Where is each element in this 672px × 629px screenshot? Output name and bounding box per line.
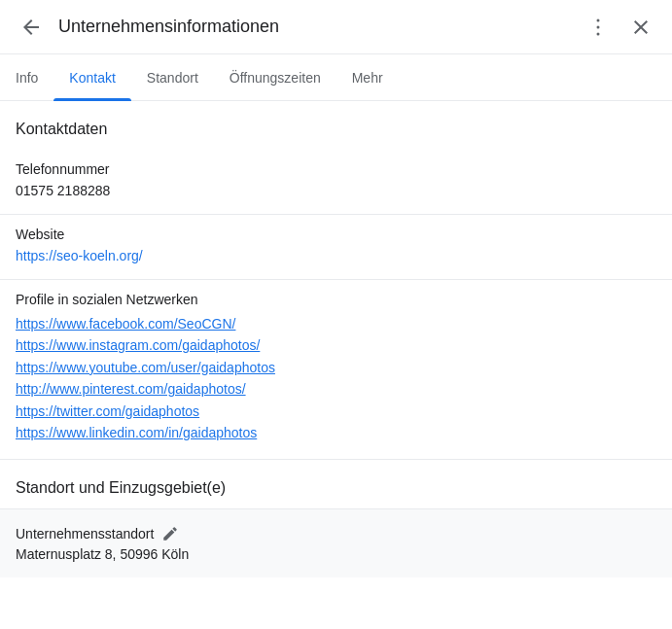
kontaktdaten-section-header: Kontaktdaten <box>0 101 672 150</box>
social-label: Profile in sozialen Netzwerken <box>16 292 656 307</box>
svg-point-1 <box>597 25 600 28</box>
page-title: Unternehmensinformationen <box>58 17 579 37</box>
tab-info[interactable]: Info <box>0 54 53 101</box>
social-link[interactable]: https://www.youtube.com/user/gaidaphotos <box>16 357 656 378</box>
tab-oeffnungszeiten[interactable]: Öffnungszeiten <box>214 54 336 101</box>
tab-standort[interactable]: Standort <box>131 54 214 101</box>
edit-standort-button[interactable] <box>161 525 179 542</box>
edit-icon <box>161 525 179 542</box>
website-label: Website <box>16 227 656 242</box>
telefon-label: Telefonnummer <box>16 161 656 177</box>
social-field-group: Profile in sozialen Netzwerken https://w… <box>0 280 672 460</box>
social-link[interactable]: https://www.instagram.com/gaidaphotos/ <box>16 334 656 356</box>
standort-card: Unternehmensstandort Maternusplatz 8, 50… <box>0 508 672 577</box>
website-link[interactable]: https://seo-koeln.org/ <box>16 248 143 263</box>
standort-card-header: Unternehmensstandort <box>16 525 656 542</box>
svg-point-2 <box>597 32 600 35</box>
close-icon <box>629 16 653 39</box>
social-links: https://www.facebook.com/SeoCGN/https://… <box>16 313 656 443</box>
social-link[interactable]: https://www.linkedin.com/in/gaidaphotos <box>16 422 656 443</box>
header-actions <box>579 8 660 47</box>
social-link[interactable]: https://www.facebook.com/SeoCGN/ <box>16 313 656 334</box>
standort-card-title: Unternehmensstandort <box>16 526 154 542</box>
header: Unternehmensinformationen <box>0 0 672 54</box>
website-field-group: Website https://seo-koeln.org/ <box>0 215 672 280</box>
tabs-bar: Info Kontakt Standort Öffnungszeiten Meh… <box>0 54 672 101</box>
standort-section-header: Standort und Einzugsgebiet(e) <box>0 460 672 508</box>
social-link[interactable]: https://twitter.com/gaidaphotos <box>16 401 656 422</box>
svg-point-0 <box>597 18 600 21</box>
social-link[interactable]: http://www.pinterest.com/gaidaphotos/ <box>16 378 656 400</box>
main-content: Kontaktdaten Telefonnummer 01575 2188288… <box>0 101 672 577</box>
close-button[interactable] <box>621 8 660 47</box>
more-vert-icon <box>586 16 610 39</box>
tab-mehr[interactable]: Mehr <box>336 54 399 101</box>
tab-kontakt[interactable]: Kontakt <box>53 54 130 101</box>
telefon-field-group: Telefonnummer 01575 2188288 <box>0 150 672 215</box>
back-icon <box>19 16 43 39</box>
telefon-value: 01575 2188288 <box>16 183 656 198</box>
more-options-button[interactable] <box>579 8 618 47</box>
back-button[interactable] <box>12 8 51 47</box>
standort-address: Maternusplatz 8, 50996 Köln <box>16 546 656 562</box>
